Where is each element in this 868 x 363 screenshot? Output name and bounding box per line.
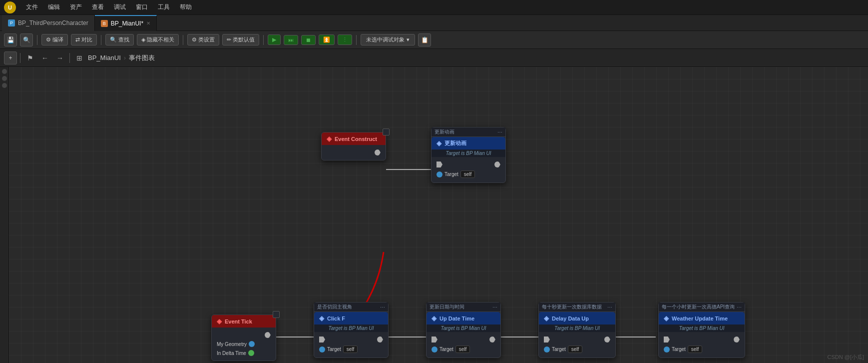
node-event-construct[interactable]: ◈ Event Construct (321, 132, 386, 160)
menu-assets[interactable]: 资产 (66, 2, 86, 12)
add-node-button[interactable]: + (4, 52, 17, 64)
node-corner-box (383, 128, 390, 136)
menu-view[interactable]: 查看 (88, 2, 108, 12)
defaults-button[interactable]: ✏ 类默认值 (222, 34, 259, 46)
target-label-cf: Target (327, 346, 341, 352)
compile-label: 编译 (52, 36, 63, 44)
sidebar-dot-3 (2, 83, 7, 88)
defaults-icon: ✏ (227, 36, 231, 43)
menu-edit[interactable]: 编辑 (44, 2, 64, 12)
target-row-cf: Target self (319, 344, 383, 354)
up-date-time-icon: ◈ (432, 314, 436, 322)
node-update-anim[interactable]: 更新动画 ⋯ ◈ 更新动画 Target is BP Mian UI Targe… (431, 127, 506, 183)
collapse-icon[interactable]: ⋯ (497, 130, 502, 135)
node-subtitle-weather: Target is BP Mian UI (659, 324, 745, 332)
pause-button[interactable]: ⏫ (319, 34, 335, 45)
exec-in-pin-anim[interactable] (436, 162, 442, 168)
node-weather-update-time[interactable]: 每一个小时更新一次高德API查询 ⋯ ◈ Weather Update Time… (658, 302, 745, 358)
target-pin-cf[interactable] (319, 346, 325, 352)
node-body-event-tick: My Geometry In Delta Time (212, 328, 276, 360)
my-geometry-label: My Geometry (217, 342, 247, 347)
blueprint-canvas[interactable]: ◈ Event Construct 更新动画 ⋯ ◈ 更新动画 Target i… (9, 67, 868, 363)
node-event-tick[interactable]: ◈ Event Tick My Geometry In Delta Time (211, 314, 276, 361)
my-geometry-pin[interactable] (249, 341, 255, 347)
node-delay-data-up[interactable]: 每十秒更新一次数据库数据 ⋯ ◈ Delay Data Up Target is… (538, 302, 616, 358)
node-corner-tick (273, 311, 280, 318)
func-icon: ◈ (436, 140, 441, 147)
event-tick-icon: ◈ (217, 318, 222, 325)
exec-row-cf (319, 335, 383, 344)
node-body-event-construct (322, 145, 386, 160)
collapse-icon-udt[interactable]: ⋯ (492, 304, 497, 310)
target-pin-anim[interactable] (436, 172, 442, 178)
menu-tools[interactable]: 工具 (154, 2, 174, 12)
exec-in-pin-ddu[interactable] (544, 336, 550, 342)
exec-out-pin-tick[interactable] (265, 332, 271, 338)
tab-label-1: BP_ThirdPersonCharacter (18, 20, 88, 26)
defaults-label: 类默认值 (233, 36, 255, 44)
exec-in-pin-cf[interactable] (319, 336, 325, 342)
forward-button[interactable]: → (53, 52, 66, 64)
debug-extra-button[interactable]: 📋 (418, 34, 431, 46)
debug-dropdown[interactable]: 未选中调试对象 ▾ (361, 34, 415, 46)
play-button[interactable]: ▶ (268, 34, 281, 45)
menu-window[interactable]: 窗口 (132, 2, 152, 12)
exec-in-pin-weather[interactable] (664, 336, 670, 342)
exec-out-pin-ddu[interactable] (604, 336, 610, 342)
settings-button[interactable]: ⚙ 类设置 (187, 34, 219, 46)
node-header-event-construct: ◈ Event Construct (322, 132, 386, 145)
exec-out-pin-cf[interactable] (377, 336, 383, 342)
secondary-toolbar: + ⚑ ← → ⊞ BP_MianUI › 事件图表 (0, 49, 868, 67)
back-button[interactable]: ← (38, 52, 51, 64)
node-subtitle-udt: Target is BP Mian UI (427, 324, 500, 332)
breadcrumb: BP_MianUI › 事件图表 (88, 54, 155, 62)
search-button[interactable]: 🔍 查找 (105, 34, 134, 46)
toolbar-separator-5 (356, 35, 357, 45)
node-titlebar-click-f: 是否切回主视角 ⋯ (314, 302, 388, 312)
menu-bar: U 文件 编辑 资产 查看 调试 窗口 工具 帮助 (0, 0, 868, 15)
stop-button[interactable]: ⏹ (301, 35, 316, 45)
tab-close-button[interactable]: ✕ (146, 20, 150, 26)
target-label-weather: Target (672, 346, 686, 352)
ue-logo: U (4, 2, 16, 14)
collapse-icon-cf[interactable]: ⋯ (380, 304, 385, 310)
extra-play-btn[interactable]: ⋮ (338, 34, 352, 45)
exec-in-pin-udt[interactable] (432, 336, 437, 342)
target-pin-ddu[interactable] (544, 346, 550, 352)
node-click-f[interactable]: 是否切回主视角 ⋯ ◈ Click F Target is BP Mian UI… (314, 302, 389, 358)
exec-out-pin-udt[interactable] (489, 336, 495, 342)
menu-debug[interactable]: 调试 (110, 2, 130, 12)
diff-button[interactable]: ⇄ 对比 (71, 34, 97, 46)
exec-out-pin[interactable] (375, 150, 381, 156)
compile-button[interactable]: ⚙ 编译 (41, 34, 68, 46)
node-body-ddu: Target self (539, 332, 615, 358)
target-pin-udt[interactable] (432, 346, 437, 352)
node-up-date-time[interactable]: 更新日期与时间 ⋯ ◈ Up Date Time Target is BP Mi… (426, 302, 501, 358)
browse-button[interactable]: 🔍 (20, 34, 33, 46)
target-value-weather: self (688, 346, 703, 353)
settings-label: 类设置 (198, 36, 215, 44)
node-header-event-tick: ◈ Event Tick (212, 315, 276, 328)
flag-button[interactable]: ⚑ (23, 52, 36, 64)
exec-out-pin-anim[interactable] (494, 162, 500, 168)
weather-title-bar: 每一个小时更新一次高德API查询 (662, 304, 735, 310)
collapse-icon-wut[interactable]: ⋯ (737, 304, 742, 310)
save-button[interactable]: 💾 (4, 34, 17, 46)
hide-button[interactable]: ◈ 隐藏不相关 (137, 34, 179, 46)
tab-icon-blueprint: B (101, 20, 108, 27)
collapse-icon-ddu[interactable]: ⋯ (607, 304, 612, 310)
menu-help[interactable]: 帮助 (176, 2, 196, 12)
delay-data-up-title-bar: 每十秒更新一次数据库数据 (542, 304, 602, 310)
node-body-weather: Target self (659, 332, 745, 358)
sec-separator-1 (20, 53, 20, 63)
grid-button[interactable]: ⊞ (73, 52, 86, 64)
tab-bp-third-person[interactable]: P BP_ThirdPersonCharacter (2, 15, 95, 31)
exec-out-pin-weather[interactable] (734, 336, 740, 342)
delta-time-pin[interactable] (248, 350, 254, 356)
search-icon: 🔍 (110, 36, 117, 43)
menu-file[interactable]: 文件 (22, 2, 42, 12)
tab-bp-mian-ui[interactable]: B BP_MianUI* ✕ (95, 15, 157, 31)
target-pin-weather[interactable] (664, 346, 670, 352)
update-anim-title: 更新动画 (434, 128, 454, 136)
step-button[interactable]: ⏭ (284, 35, 298, 45)
